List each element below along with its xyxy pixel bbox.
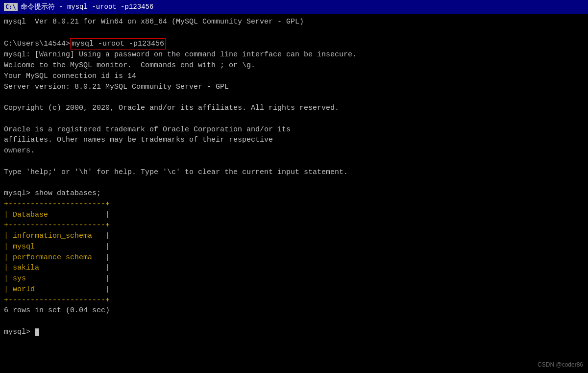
blank4 — [4, 156, 584, 167]
watermark: CSDN @coder86 — [538, 361, 583, 368]
warning-line: mysql: [Warning] Using a password on the… — [4, 50, 584, 60]
title-bar: C:\ 命令提示符 - mysql -uroot -p123456 — [0, 0, 588, 14]
prompt-cmd-line: C:\Users\14544>mysql -uroot -p123456 — [4, 38, 584, 50]
oracle1: Oracle is a registered trademark of Orac… — [4, 124, 584, 135]
title-bar-icon: C:\ — [4, 3, 18, 11]
prompt-text: C:\Users\14544> — [4, 39, 70, 50]
oracle3: owners. — [4, 146, 584, 156]
title-bar-text: 命令提示符 - mysql -uroot -p123456 — [21, 2, 154, 11]
welcome1: Welcome to the MySQL monitor. Commands e… — [4, 60, 584, 71]
rows-info: 6 rows in set (0.04 sec) — [4, 305, 584, 316]
final-prompt-text: mysql> — [4, 327, 35, 338]
table-sep: +----------------------+ — [4, 220, 584, 231]
serverversion: Server version: 8.0.21 MySQL Community S… — [4, 82, 584, 93]
version-line: mysql Ver 8.0.21 for Win64 on x86_64 (My… — [4, 17, 584, 27]
terminal-body[interactable]: mysql Ver 8.0.21 for Win64 on x86_64 (My… — [0, 14, 588, 373]
db4: | sakila | — [4, 263, 584, 274]
cursor — [35, 328, 39, 336]
db3: | performance_schema | — [4, 252, 584, 263]
cursor-line: mysql> — [4, 327, 584, 338]
blank3 — [4, 114, 584, 124]
oracle2: affiliates. Other names may be trademark… — [4, 135, 584, 146]
table-top: +----------------------+ — [4, 199, 584, 210]
table-bot: +----------------------+ — [4, 295, 584, 306]
db6: | world | — [4, 284, 584, 295]
blank2 — [4, 92, 584, 103]
blank6 — [4, 316, 584, 327]
table-header: | Database | — [4, 210, 584, 221]
command-highlighted: mysql -uroot -p123456 — [70, 38, 166, 50]
connid: Your MySQL connection id is 14 — [4, 71, 584, 82]
db1: | information_schema | — [4, 231, 584, 242]
blank1 — [4, 27, 584, 38]
copyright: Copyright (c) 2000, 2020, Oracle and/or … — [4, 103, 584, 114]
db5: | sys | — [4, 274, 584, 284]
db2: | mysql | — [4, 242, 584, 252]
help-hint: Type 'help;' or '\h' for help. Type '\c'… — [4, 167, 584, 178]
blank5 — [4, 177, 584, 188]
show-cmd: mysql> show databases; — [4, 188, 584, 199]
